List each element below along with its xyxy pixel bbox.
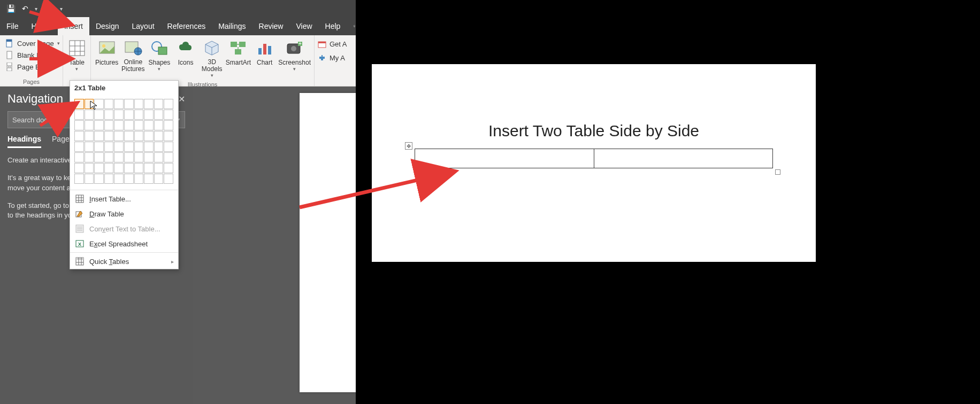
grid-cell[interactable] — [134, 131, 144, 141]
grid-cell[interactable] — [154, 152, 164, 162]
smartart-button[interactable]: SmartArt — [226, 37, 251, 79]
quick-tables-item[interactable]: Quick Tables ▸ — [70, 254, 178, 269]
grid-cell[interactable] — [124, 99, 134, 109]
grid-cell[interactable] — [104, 99, 114, 109]
redo-icon[interactable]: ↷ — [44, 4, 50, 13]
grid-cell[interactable] — [134, 142, 144, 152]
tab-design[interactable]: Design — [89, 17, 126, 35]
grid-cell[interactable] — [74, 120, 84, 130]
grid-cell[interactable] — [94, 152, 104, 162]
grid-cell[interactable] — [104, 152, 114, 162]
grid-cell[interactable] — [114, 174, 124, 184]
grid-cell[interactable] — [124, 131, 134, 141]
grid-cell[interactable] — [154, 110, 164, 120]
icons-button[interactable]: Icons — [173, 37, 198, 79]
grid-cell[interactable] — [114, 99, 124, 109]
grid-cell[interactable] — [164, 142, 173, 152]
excel-spreadsheet-item[interactable]: X Excel Spreadsheet — [70, 236, 178, 251]
grid-cell[interactable] — [114, 120, 124, 130]
grid-cell[interactable] — [74, 174, 84, 184]
grid-cell[interactable] — [85, 142, 94, 152]
grid-cell[interactable] — [154, 174, 164, 184]
grid-cell[interactable] — [154, 131, 164, 141]
undo-icon[interactable]: ↶ — [22, 4, 28, 13]
grid-cell[interactable] — [85, 120, 94, 130]
grid-cell[interactable] — [74, 142, 84, 152]
grid-cell[interactable] — [124, 142, 134, 152]
tab-file[interactable]: File — [0, 17, 25, 35]
shapes-button[interactable]: Shapes ▾ — [147, 37, 172, 79]
grid-cell[interactable] — [94, 174, 104, 184]
grid-cell[interactable] — [144, 131, 154, 141]
tell-me-icon[interactable] — [347, 17, 356, 35]
table-button[interactable]: Table ▾ — [66, 37, 87, 79]
chart-button[interactable]: Chart — [252, 37, 277, 79]
grid-cell[interactable] — [104, 163, 114, 173]
grid-cell[interactable] — [154, 99, 164, 109]
online-pictures-button[interactable]: Online Pictures — [120, 37, 146, 79]
grid-cell[interactable] — [74, 131, 84, 141]
grid-cell[interactable] — [164, 120, 173, 130]
grid-cell[interactable] — [144, 174, 154, 184]
my-addins-button[interactable]: My A — [318, 53, 353, 62]
tab-headings[interactable]: Headings — [7, 135, 41, 148]
grid-cell[interactable] — [124, 152, 134, 162]
draw-table-item[interactable]: Draw Table — [70, 206, 178, 221]
grid-cell[interactable] — [164, 131, 173, 141]
grid-cell[interactable] — [134, 110, 144, 120]
insert-table-item[interactable]: Insert Table... — [70, 191, 178, 206]
grid-cell[interactable] — [114, 142, 124, 152]
screenshot-button[interactable]: + Screenshot ▾ — [278, 37, 311, 79]
grid-cell[interactable] — [85, 163, 94, 173]
grid-cell[interactable] — [85, 174, 94, 184]
grid-cell[interactable] — [144, 120, 154, 130]
tab-references[interactable]: References — [161, 17, 212, 35]
grid-cell[interactable] — [114, 152, 124, 162]
tab-review[interactable]: Review — [252, 17, 290, 35]
grid-cell[interactable] — [104, 110, 114, 120]
tab-mailings[interactable]: Mailings — [212, 17, 252, 35]
tab-view[interactable]: View — [289, 17, 318, 35]
grid-cell[interactable] — [94, 120, 104, 130]
cell-1[interactable] — [415, 149, 594, 168]
grid-cell[interactable] — [134, 174, 144, 184]
tab-insert[interactable]: Insert — [58, 17, 89, 35]
get-addins-button[interactable]: Get A — [318, 40, 353, 48]
grid-cell[interactable] — [164, 110, 173, 120]
qat-customize-icon[interactable]: ▾ — [60, 6, 63, 12]
grid-cell[interactable] — [114, 131, 124, 141]
grid-cell[interactable] — [114, 163, 124, 173]
grid-cell[interactable] — [134, 152, 144, 162]
grid-cell[interactable] — [134, 120, 144, 130]
grid-cell[interactable] — [144, 152, 154, 162]
grid-cell[interactable] — [124, 174, 134, 184]
grid-cell[interactable] — [134, 99, 144, 109]
grid-cell[interactable] — [144, 142, 154, 152]
grid-cell[interactable] — [104, 131, 114, 141]
tab-help[interactable]: Help — [319, 17, 347, 35]
cover-page-button[interactable]: Cover Page ▾ — [3, 37, 62, 49]
document-page[interactable] — [300, 93, 356, 392]
tab-layout[interactable]: Layout — [126, 17, 161, 35]
grid-cell[interactable] — [164, 163, 173, 173]
grid-cell[interactable] — [74, 163, 84, 173]
page-break-button[interactable]: Page Break — [3, 61, 56, 73]
table-grid-picker[interactable] — [70, 96, 178, 189]
grid-cell[interactable] — [164, 174, 173, 184]
save-icon[interactable]: 💾 — [6, 4, 16, 13]
table-move-handle-icon[interactable]: ✥ — [405, 142, 412, 150]
tab-home[interactable]: Home — [25, 17, 58, 35]
grid-cell[interactable] — [94, 163, 104, 173]
grid-cell[interactable] — [154, 142, 164, 152]
table-resize-handle-icon[interactable] — [775, 169, 780, 175]
grid-cell[interactable] — [154, 163, 164, 173]
grid-cell[interactable] — [144, 99, 154, 109]
pictures-button[interactable]: Pictures — [94, 37, 119, 79]
grid-cell[interactable] — [144, 110, 154, 120]
grid-cell[interactable] — [85, 131, 94, 141]
grid-cell[interactable] — [74, 110, 84, 120]
grid-cell[interactable] — [104, 142, 114, 152]
grid-cell[interactable] — [124, 110, 134, 120]
grid-cell[interactable] — [94, 131, 104, 141]
grid-cell[interactable] — [74, 99, 84, 109]
